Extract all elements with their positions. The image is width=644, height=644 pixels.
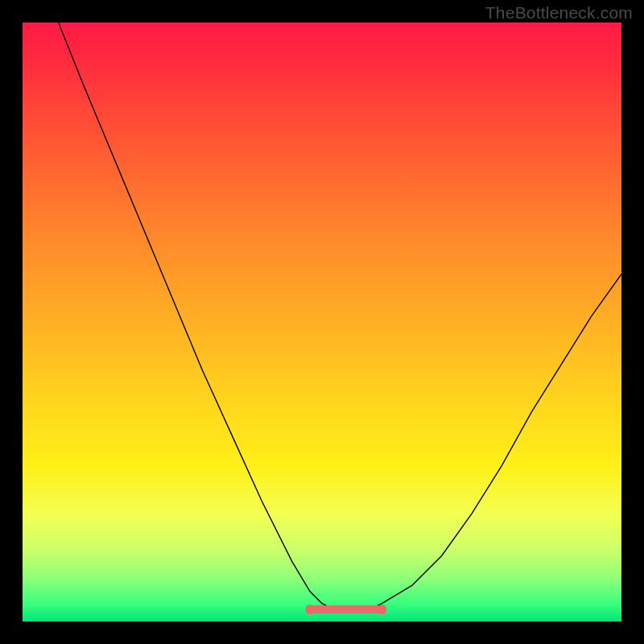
watermark-label: TheBottleneck.com bbox=[485, 3, 633, 23]
optimal-range-start-dot bbox=[305, 605, 315, 614]
bottleneck-curve bbox=[59, 23, 621, 609]
optimal-range-end-dot bbox=[377, 605, 386, 614]
chart-svg bbox=[23, 23, 621, 621]
